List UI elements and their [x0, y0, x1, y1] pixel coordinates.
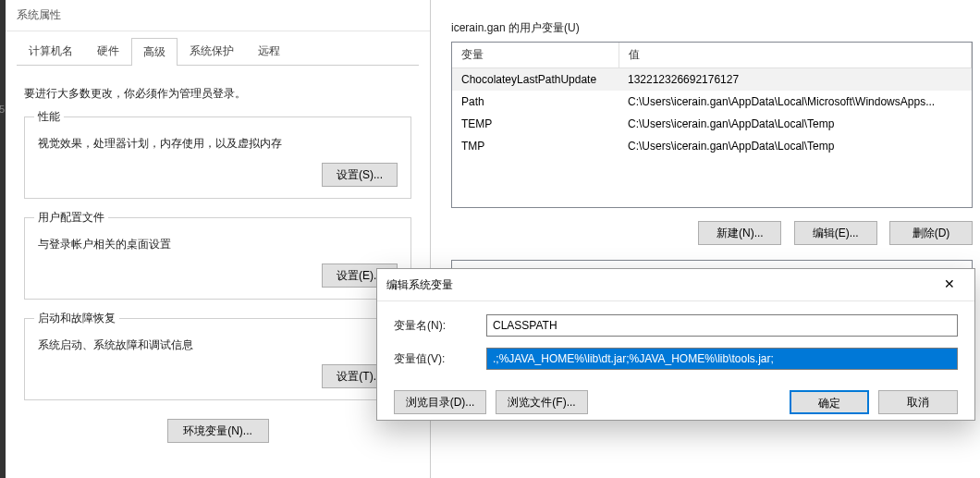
cell-var: Path	[452, 91, 619, 113]
tabs-bar: 计算机名 硬件 高级 系统保护 远程	[17, 37, 419, 66]
cell-val: C:\Users\icerain.gan\AppData\Local\Micro…	[619, 91, 972, 113]
var-value-label: 变量值(V):	[394, 351, 486, 367]
edit-dialog-title: 编辑系统变量	[386, 277, 453, 293]
tab-hardware[interactable]: 硬件	[85, 37, 131, 65]
cell-val: C:\Users\icerain.gan\AppData\Local\Temp	[619, 135, 972, 157]
group-performance-legend: 性能	[34, 109, 64, 125]
environment-variables-button[interactable]: 环境变量(N)...	[167, 419, 269, 443]
tab-advanced[interactable]: 高级	[131, 38, 178, 66]
cell-var: TMP	[452, 135, 619, 157]
table-row[interactable]: ChocolateyLastPathUpdate1322123266921761…	[452, 68, 972, 92]
col-value[interactable]: 值	[619, 43, 972, 68]
tab-advanced-body: 要进行大多数更改，你必须作为管理员登录。 性能 视觉效果，处理器计划，内存使用，…	[6, 66, 430, 443]
table-row[interactable]: TMPC:\Users\icerain.gan\AppData\Local\Te…	[452, 135, 972, 157]
var-name-input[interactable]	[486, 314, 958, 337]
var-value-input[interactable]	[486, 348, 958, 370]
new-button[interactable]: 新建(N)...	[698, 221, 781, 245]
group-performance: 性能 视觉效果，处理器计划，内存使用，以及虚拟内存 设置(S)...	[24, 116, 411, 199]
user-vars-buttons: 新建(N)... 编辑(E)... 删除(D)	[444, 221, 973, 245]
edit-button[interactable]: 编辑(E)...	[794, 221, 877, 245]
table-row[interactable]: TEMPC:\Users\icerain.gan\AppData\Local\T…	[452, 113, 972, 135]
tab-system-protection[interactable]: 系统保护	[178, 37, 246, 65]
table-row[interactable]: PathC:\Users\icerain.gan\AppData\Local\M…	[452, 91, 972, 113]
browse-file-button[interactable]: 浏览文件(F)...	[496, 390, 588, 414]
system-properties-title: 系统属性	[6, 0, 430, 31]
admin-note: 要进行大多数更改，你必须作为管理员登录。	[24, 86, 411, 102]
browse-dir-button[interactable]: 浏览目录(D)...	[394, 390, 486, 414]
cell-val: 132212326692176127	[619, 68, 972, 92]
col-variable[interactable]: 变量	[452, 43, 619, 68]
performance-settings-button[interactable]: 设置(S)...	[322, 163, 398, 187]
group-user-profiles-legend: 用户配置文件	[34, 210, 108, 226]
user-vars-table-container[interactable]: 变量 值 ChocolateyLastPathUpdate13221232669…	[451, 42, 973, 208]
group-startup-recovery-desc: 系统启动、系统故障和调试信息	[38, 337, 398, 353]
user-vars-label: icerain.gan 的用户变量(U)	[451, 20, 980, 36]
tab-computer-name[interactable]: 计算机名	[17, 37, 85, 65]
group-startup-recovery-legend: 启动和故障恢复	[34, 311, 119, 326]
strip-number: 5	[0, 104, 5, 115]
edit-dialog-body: 变量名(N): 变量值(V):	[377, 301, 974, 390]
group-performance-desc: 视觉效果，处理器计划，内存使用，以及虚拟内存	[38, 136, 398, 152]
delete-button[interactable]: 删除(D)	[889, 221, 973, 245]
close-icon[interactable]: ✕	[934, 276, 965, 294]
group-user-profiles-desc: 与登录帐户相关的桌面设置	[38, 237, 398, 252]
var-name-label: 变量名(N):	[394, 318, 486, 334]
user-vars-table: 变量 值 ChocolateyLastPathUpdate13221232669…	[452, 43, 972, 157]
edit-dialog-buttons: 浏览目录(D)... 浏览文件(F)... 确定 取消	[377, 390, 974, 414]
group-user-profiles: 用户配置文件 与登录帐户相关的桌面设置 设置(E)...	[24, 217, 411, 300]
edit-system-variable-dialog: 编辑系统变量 ✕ 变量名(N): 变量值(V): 浏览目录(D)... 浏览文件…	[376, 268, 975, 421]
cell-val: C:\Users\icerain.gan\AppData\Local\Temp	[619, 113, 972, 135]
tab-remote[interactable]: 远程	[246, 37, 292, 65]
cell-var: ChocolateyLastPathUpdate	[452, 68, 619, 92]
group-startup-recovery: 启动和故障恢复 系统启动、系统故障和调试信息 设置(T)...	[24, 318, 411, 400]
ok-button[interactable]: 确定	[790, 390, 869, 414]
cancel-button[interactable]: 取消	[878, 390, 958, 414]
envvar-button-row: 环境变量(N)...	[24, 419, 411, 443]
edit-dialog-titlebar[interactable]: 编辑系统变量 ✕	[377, 269, 974, 301]
cell-var: TEMP	[452, 113, 619, 135]
system-properties-dialog: 系统属性 计算机名 硬件 高级 系统保护 远程 要进行大多数更改，你必须作为管理…	[6, 0, 431, 478]
